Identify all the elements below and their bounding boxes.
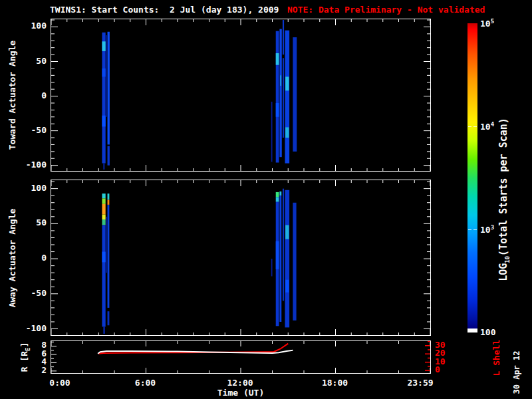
xlabel-time: Time (UT) (217, 388, 264, 398)
spectrogram-stripe (108, 205, 110, 308)
ylabel-toward: Toward Actuator Angle (7, 41, 17, 150)
spectrogram-stripe (102, 204, 105, 215)
colorbar-tick-dash (468, 229, 471, 230)
spectrogram-stripe (279, 196, 281, 322)
spectrogram-stripe (276, 192, 279, 197)
spectrogram-stripe (106, 217, 107, 273)
colorbar-tick-dash (473, 126, 477, 127)
spectrogram-stripe (271, 259, 273, 276)
spectrogram-stripe (283, 20, 284, 55)
colorbar-tick-base: 10 (480, 225, 491, 235)
colorbar-tick-dash (468, 126, 471, 127)
spectrogram-stripe (280, 75, 281, 86)
x-tick-label: 23:59 (407, 378, 433, 388)
spectrogram-stripe (106, 35, 107, 117)
spectrogram-stripe (276, 53, 279, 65)
spectrogram-stripe (108, 194, 110, 200)
spectrogram-stripe (283, 58, 284, 138)
plot-canvas: TWINS1: Start Counts: 2 Jul (day 183), 2… (0, 0, 532, 399)
spectrogram-stripe (285, 280, 289, 293)
spectrogram-stripe (102, 252, 105, 263)
colorbar-title-post: (Total Starts per Scan) (497, 118, 509, 256)
preliminary-note: NOTE: Data Preliminary - Not validated (287, 5, 485, 15)
colorbar-tick-dash (473, 229, 477, 230)
x-tick-label: 18:00 (322, 378, 348, 388)
page-title: TWINS1: Start Counts: 2 Jul (day 183), 2… (50, 5, 279, 15)
y-tick-label: -50 (17, 288, 47, 298)
colorbar (467, 23, 477, 332)
spectrogram-stripe (108, 146, 110, 166)
y-tick-label: 0 (17, 253, 47, 263)
spectrogram-stripe (102, 225, 105, 327)
spectrogram-stripe (279, 192, 281, 196)
x-tick-label: 12:00 (227, 378, 253, 388)
spectrogram-stripe (271, 102, 273, 162)
date-stamp: 30 Apr 12 (512, 350, 521, 394)
spectrogram-stripe (108, 200, 110, 205)
spectrogram-stripe (276, 241, 279, 269)
spectrogram-stripe (102, 198, 105, 203)
y-tick-label: 50 (17, 56, 47, 66)
spectrogram-stripe (102, 33, 105, 164)
spectrogram-stripe (285, 190, 290, 328)
y-tick-label: -100 (17, 323, 47, 333)
colorbar-tick-exp: 3 (491, 224, 494, 231)
spectrogram-stripe (285, 76, 289, 90)
spectrogram-stripe (279, 29, 281, 158)
ylabel-away: Away Actuator Angle (7, 209, 17, 308)
spectrogram-stripe (102, 215, 105, 219)
spectrogram-stripe (285, 127, 289, 138)
colorbar-title-pre: LOG (497, 263, 509, 281)
x-tick-label: 0:00 (49, 378, 70, 388)
colorbar-tick-label: 104 (480, 121, 494, 132)
spectrogram-stripe (283, 189, 284, 301)
y-tick-label: 100 (17, 21, 47, 31)
y-tick-label: 0 (17, 90, 47, 100)
lshell-tick-label: 0 (435, 364, 458, 374)
spectrogram-stripe (293, 37, 297, 152)
spectrogram-stripe (108, 311, 110, 325)
spectrogram-stripe (102, 68, 105, 76)
r-tick-label: 2 (17, 365, 47, 375)
spectrogram-stripe (276, 31, 279, 163)
colorbar-tick-base: 10 (480, 122, 491, 132)
spectrogram-stripe (103, 327, 104, 334)
spectrogram-stripe (285, 31, 290, 164)
spectrogram-stripe (108, 32, 110, 145)
colorbar-tick-label: 100 (480, 327, 495, 337)
spectrogram-stripe (102, 41, 105, 51)
colorbar-tick-exp: 5 (491, 18, 494, 25)
colorbar-title-sub: 10 (504, 256, 511, 263)
y-tick-label: 50 (17, 217, 47, 227)
panel-away-plot (51, 180, 430, 335)
spectrogram-stripe (276, 103, 279, 117)
colorbar-tick-exp: 4 (491, 121, 494, 128)
panel-orbit (51, 340, 431, 374)
colorbar-title: LOG10(Total Starts per Scan) (497, 118, 511, 281)
spectrogram-stripe (276, 197, 279, 201)
panel-toward-plot (51, 19, 430, 171)
colorbar-tick-label: 105 (480, 18, 494, 29)
colorbar-tick-base: 10 (480, 19, 491, 29)
spectrogram-stripe (103, 164, 104, 170)
y-tick-label: 100 (17, 183, 47, 193)
spectrogram-stripe (293, 203, 296, 321)
y-tick-label: -50 (17, 125, 47, 135)
colorbar-tick-label: 103 (480, 224, 494, 235)
spectrogram-stripe (285, 225, 289, 239)
ylabel-lshell: L Shell (491, 340, 501, 376)
panel-away (51, 180, 431, 336)
spectrogram-stripe (102, 194, 105, 198)
x-tick-label: 6:00 (135, 378, 156, 388)
spectrogram-stripe (102, 219, 105, 225)
panel-orbit-plot (51, 341, 430, 373)
panel-toward (51, 19, 431, 172)
y-tick-label: -100 (17, 160, 47, 170)
spectrogram-stripe (102, 116, 105, 127)
